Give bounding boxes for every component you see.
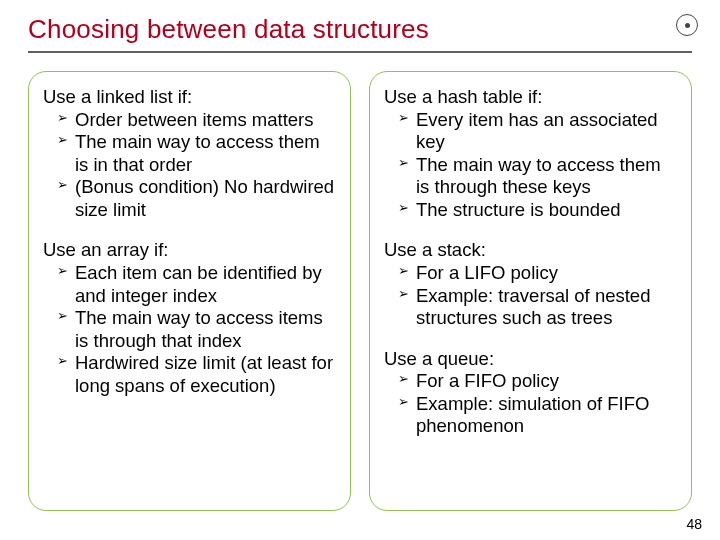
content-columns: Use a linked list if: Order between item… — [28, 71, 692, 511]
slide: Choosing between data structures Use a l… — [0, 0, 720, 540]
bullet-list: Every item has an associated key The mai… — [384, 109, 677, 222]
list-item: The structure is bounded — [398, 199, 677, 222]
list-item: (Bonus condition) No hardwired size limi… — [57, 176, 336, 221]
page-number: 48 — [686, 516, 702, 532]
list-item: Example: simulation of FIFO phenomenon — [398, 393, 677, 438]
list-item: For a LIFO policy — [398, 262, 677, 285]
list-item: The main way to access them is through t… — [398, 154, 677, 199]
list-item: For a FIFO policy — [398, 370, 677, 393]
left-column: Use a linked list if: Order between item… — [28, 71, 351, 511]
section-heading: Use a queue: — [384, 348, 677, 371]
slide-title: Choosing between data structures — [28, 14, 692, 49]
right-column: Use a hash table if: Every item has an a… — [369, 71, 692, 511]
section-heading: Use a stack: — [384, 239, 677, 262]
bullet-list: For a LIFO policy Example: traversal of … — [384, 262, 677, 330]
section-queue: Use a queue: For a FIFO policy Example: … — [384, 348, 677, 438]
bullet-list: Each item can be identified by and integ… — [43, 262, 336, 397]
bullet-list: For a FIFO policy Example: simulation of… — [384, 370, 677, 438]
list-item: Order between items matters — [57, 109, 336, 132]
list-item: Hardwired size limit (at least for long … — [57, 352, 336, 397]
section-heading: Use a hash table if: — [384, 86, 677, 109]
list-item: Each item can be identified by and integ… — [57, 262, 336, 307]
section-hash-table: Use a hash table if: Every item has an a… — [384, 86, 677, 221]
bullet-list: Order between items matters The main way… — [43, 109, 336, 222]
section-stack: Use a stack: For a LIFO policy Example: … — [384, 239, 677, 329]
section-linked-list: Use a linked list if: Order between item… — [43, 86, 336, 221]
section-heading: Use an array if: — [43, 239, 336, 262]
logo-icon — [676, 14, 698, 36]
list-item: Every item has an associated key — [398, 109, 677, 154]
section-heading: Use a linked list if: — [43, 86, 336, 109]
list-item: Example: traversal of nested structures … — [398, 285, 677, 330]
section-array: Use an array if: Each item can be identi… — [43, 239, 336, 397]
list-item: The main way to access items is through … — [57, 307, 336, 352]
title-underline — [28, 51, 692, 53]
list-item: The main way to access them is in that o… — [57, 131, 336, 176]
